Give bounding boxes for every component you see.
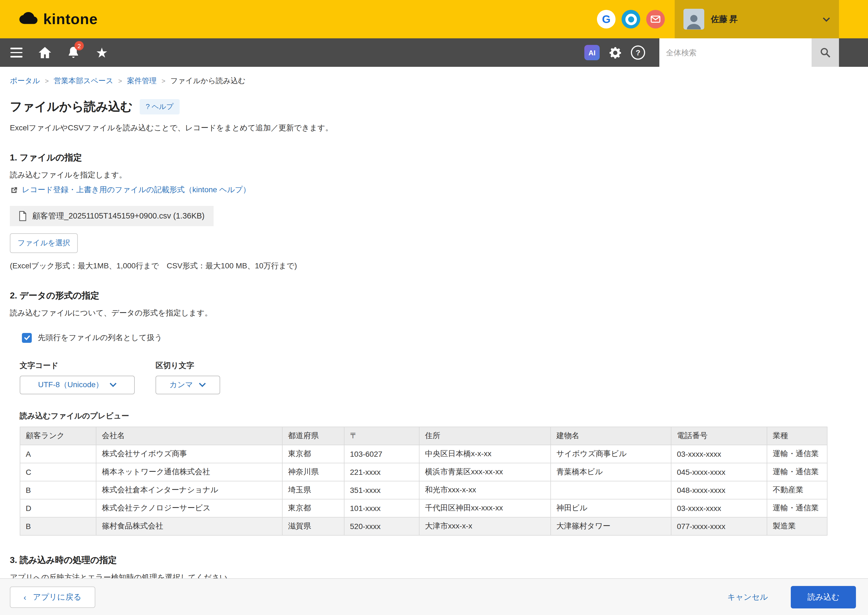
table-cell: 和光市xxx-x-xx	[419, 481, 551, 499]
page-help-link[interactable]: ? ヘルプ	[140, 99, 180, 114]
import-button[interactable]: 読み込む	[791, 586, 856, 608]
file-name: 顧客管理_20251105T145159+0900.csv (1.36KB)	[32, 211, 205, 221]
column-header: 住所	[419, 427, 551, 445]
hamburger-icon	[10, 48, 22, 58]
home-icon	[38, 45, 52, 60]
table-cell: 千代田区神田xx-xxx-xx	[419, 499, 551, 517]
column-header: 建物名	[551, 427, 671, 445]
table-cell: 青葉橋本ビル	[551, 463, 671, 481]
breadcrumb-separator: >	[118, 77, 122, 85]
settings-button[interactable]	[609, 46, 622, 59]
table-row: D株式会社テクノロジーサービス東京都101-xxxx千代田区神田xx-xxx-x…	[20, 499, 827, 517]
breadcrumb-portal[interactable]: ポータル	[10, 76, 40, 86]
table-cell: 株式会社倉本インターナショナル	[96, 481, 282, 499]
cancel-button[interactable]: キャンセル	[712, 586, 782, 608]
column-header: 都道府県	[282, 427, 344, 445]
breadcrumb-separator: >	[45, 77, 49, 85]
table-cell: 103-6027	[344, 445, 419, 463]
table-row: A株式会社サイボウズ商事東京都103-6027中央区日本橋x-x-xxサイボウズ…	[20, 445, 827, 463]
check-icon	[23, 334, 30, 341]
delimiter-select[interactable]: カンマ	[156, 375, 220, 394]
table-cell: 運輸・通信業	[767, 463, 827, 481]
breadcrumb-separator: >	[162, 77, 165, 85]
table-cell: 滋賀県	[282, 517, 344, 535]
favorites-button[interactable]: ★	[87, 38, 116, 67]
table-cell: 株式会社サイボウズ商事	[96, 445, 282, 463]
table-cell: A	[20, 445, 96, 463]
cloud-icon	[19, 11, 38, 27]
mail-service-icon[interactable]	[646, 10, 665, 28]
google-service-icon[interactable]: G	[597, 10, 615, 28]
table-cell: 埼玉県	[282, 481, 344, 499]
table-cell: 101-xxxx	[344, 499, 419, 517]
table-cell: 221-xxxx	[344, 463, 419, 481]
search-input[interactable]	[659, 38, 812, 67]
file-format-help-link[interactable]: レコード登録・上書き用のファイルの記載形式（kintone ヘルプ）	[10, 185, 251, 195]
menu-button[interactable]	[2, 38, 31, 67]
main-content: ファイルから読み込む ? ヘルプ ExcelファイルやCSVファイルを読み込むこ…	[0, 98, 868, 582]
breadcrumb-space[interactable]: 営業本部スペース	[54, 76, 113, 86]
global-search	[659, 38, 839, 67]
table-cell: C	[20, 463, 96, 481]
avatar	[684, 9, 704, 30]
preview-table-body: A株式会社サイボウズ商事東京都103-6027中央区日本橋x-x-xxサイボウズ…	[20, 445, 827, 535]
delimiter-control: 区切り文字 カンマ	[156, 361, 220, 394]
table-cell: 不動産業	[767, 481, 827, 499]
section2-heading: 2. データの形式の指定	[10, 290, 858, 301]
table-cell: 中央区日本橋x-x-xx	[419, 445, 551, 463]
column-header: 顧客ランク	[20, 427, 96, 445]
section1-heading: 1. ファイルの指定	[10, 152, 858, 164]
charset-control: 文字コード UTF-8（Unicode）	[20, 361, 135, 394]
section3-heading: 3. 読み込み時の処理の指定	[10, 554, 858, 566]
preview-table: 顧客ランク会社名都道府県〒住所建物名電話番号業種 A株式会社サイボウズ商事東京都…	[20, 426, 827, 535]
ai-button[interactable]: AI	[584, 45, 599, 60]
notification-badge: 2	[75, 41, 84, 50]
help-button[interactable]: ?	[631, 45, 645, 60]
office-service-icon[interactable]	[621, 10, 640, 28]
table-cell: D	[20, 499, 96, 517]
user-name: 佐藤 昇	[711, 14, 816, 24]
table-cell: 03-xxxx-xxxx	[671, 445, 767, 463]
header-row-checkbox[interactable]	[22, 333, 32, 343]
preview-table-header-row: 顧客ランク会社名都道府県〒住所建物名電話番号業種	[20, 427, 827, 445]
table-cell: 351-xxxx	[344, 481, 419, 499]
table-row: B篠村食品株式会社滋賀県520-xxxx大津市xxx-x-x大津篠村タワー077…	[20, 517, 827, 535]
breadcrumb-app[interactable]: 案件管理	[127, 76, 157, 86]
footer-action-bar: ‹ アプリに戻る キャンセル 読み込む	[0, 578, 868, 615]
navbar: 2 ★ AI ?	[0, 38, 868, 67]
header-row-checkbox-label[interactable]: 先頭行をファイルの列名として扱う	[38, 333, 162, 343]
service-icons: G	[597, 0, 675, 38]
table-row: C橋本ネットワーク通信株式会社神奈川県221-xxxx横浜市青葉区xxx-xx-…	[20, 463, 827, 481]
column-header: 会社名	[96, 427, 282, 445]
table-cell: 大津篠村タワー	[551, 517, 671, 535]
column-header: 業種	[767, 427, 827, 445]
kintone-logo[interactable]: kintone	[0, 11, 98, 28]
user-menu[interactable]: 佐藤 昇	[675, 0, 839, 38]
table-cell: 東京都	[282, 445, 344, 463]
ring-icon	[625, 13, 637, 25]
breadcrumb: ポータル > 営業本部スペース > 案件管理 > ファイルから読み込む	[0, 67, 868, 86]
select-file-button[interactable]: ファイルを選択	[10, 233, 78, 253]
table-cell: 橋本ネットワーク通信株式会社	[96, 463, 282, 481]
nav-left: 2 ★	[0, 38, 116, 67]
logo-text: kintone	[43, 11, 98, 28]
table-cell: 製造業	[767, 517, 827, 535]
home-button[interactable]	[31, 38, 59, 67]
table-cell: 株式会社テクノロジーサービス	[96, 499, 282, 517]
charset-select[interactable]: UTF-8（Unicode）	[20, 375, 135, 394]
charset-label: 文字コード	[20, 361, 135, 370]
table-cell: 03-xxxx-xxxx	[671, 499, 767, 517]
column-header: 〒	[344, 427, 419, 445]
table-cell: 神奈川県	[282, 463, 344, 481]
gear-icon	[609, 46, 622, 59]
back-to-app-button[interactable]: ‹ アプリに戻る	[10, 586, 95, 607]
notifications-button[interactable]: 2	[59, 38, 87, 67]
table-cell: B	[20, 517, 96, 535]
table-cell: 048-xxxx-xxxx	[671, 481, 767, 499]
search-button[interactable]	[812, 38, 839, 67]
section1-description: 読み込むファイルを指定します。	[10, 170, 858, 180]
table-cell: 520-xxxx	[344, 517, 419, 535]
table-cell: サイボウズ商事ビル	[551, 445, 671, 463]
file-icon	[19, 211, 27, 221]
table-cell: 運輸・通信業	[767, 499, 827, 517]
